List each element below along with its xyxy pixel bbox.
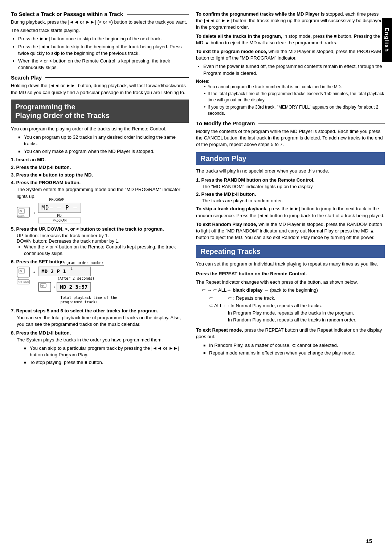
repeat-sequence-text: ⊂ → ⊂ ALL→ blank display → (back to the … (202, 287, 385, 293)
skip-track-text: To skip a track during playback, press t… (196, 206, 385, 219)
repeat-bullet-1: Repeat mode remains in effect even when … (203, 350, 385, 356)
repeat-button-bold: Press the REPEAT button on the Remote Co… (196, 271, 307, 276)
step-1: 1. Insert an MD. (11, 157, 189, 162)
step-num: 7. (11, 308, 15, 313)
step-num: 4. (11, 180, 16, 185)
step-num: 1. (196, 177, 201, 183)
select-track-body2: The selected track starts playing. (11, 27, 189, 34)
bullet-item: You can program up to 32 tracks in any d… (18, 134, 189, 147)
display-md-p1: MD 2 P 1 (38, 267, 91, 276)
repeat-all-program: In Program Play mode, repeats all the tr… (228, 310, 354, 316)
repeating-tracks-section: Repeating Tracks You can set the program… (196, 245, 385, 356)
modify-header: To Modify the Program (196, 120, 385, 126)
down-button-desc: DOWN button: Decreases the track number … (17, 238, 189, 244)
section-divider-line (127, 14, 189, 15)
left-column: To Select a Track or Passage within a Tr… (11, 11, 189, 544)
annotation-total-time: Total playback time of the (60, 296, 117, 300)
annotation-program-order: Program order number (60, 261, 103, 266)
bullet-item: Press the ►►| button once to skip to the… (18, 36, 189, 42)
modify-section: To Modify the Program Modify the content… (196, 120, 385, 148)
repeating-tracks-title: Repeating Tracks (200, 247, 380, 256)
step-7: 7. Repeat steps 5 and 6 to select the ot… (11, 308, 189, 313)
bullet-item: To stop playing, press the ■ button. (24, 359, 189, 366)
repeat-table: ⊂ ⊂ : Repeats one track. ⊂ ALL : : In No… (208, 294, 358, 324)
md-player-icon: MD PROGRAM (17, 207, 30, 218)
step-8-body: The System plays the tracks in the order… (11, 337, 189, 343)
exit-bullet-list: Even if the power is turned off, the pro… (203, 63, 385, 76)
step6-device: MD SET DOWN (17, 267, 30, 286)
search-play-header: Search Play (11, 74, 189, 81)
svg-text:MD: MD (41, 284, 44, 287)
step-label: Press the MD ▷II button. (16, 165, 71, 170)
notes-list: You cannot program the track number that… (203, 84, 385, 117)
notes-title: Notes: (196, 79, 385, 84)
right-column: To confirm the programmed tracks while t… (196, 11, 385, 544)
step-num: 1. (11, 157, 16, 162)
step-label: Press the RANDOM button on the Remote Co… (201, 177, 314, 183)
arrow-symbol-2: → (33, 270, 35, 275)
step-num: 6. (11, 259, 15, 264)
repeat-one-desc: ⊂ : Repeats one track. (226, 294, 358, 302)
program-label-indicator: PROGRAM (49, 198, 64, 202)
search-play-body: Holding down the |◄◄ or ►►| button, duri… (11, 82, 189, 96)
repeat-button-label: Press the REPEAT button on the Remote Co… (196, 271, 385, 277)
random-step-2-body: The tracks are played in random order. (196, 198, 385, 203)
programming-body1: You can program the playing order of the… (11, 126, 189, 132)
delete-text: To delete all the tracks in the program,… (196, 33, 385, 46)
step-num: 5. (11, 226, 15, 232)
step-num: 2. (196, 191, 201, 197)
exit-program-text: To exit the program mode once, while the… (196, 48, 385, 61)
step-5-details: UP button: Increases the track number by… (11, 233, 189, 257)
md-player-icon-3: MD (38, 282, 51, 292)
select-track-header: To Select a Track or Passage within a Tr… (11, 11, 189, 17)
display-screen-step4: MD— — P — (38, 203, 81, 213)
modify-body: Modify the contents of the program while… (196, 128, 385, 148)
step-label: Insert an MD. (16, 157, 46, 162)
md-player-icon-2: MD SET DOWN (17, 267, 30, 285)
step-num: 2. (11, 165, 16, 170)
step-label: Press the MD ▷II button. (201, 191, 256, 197)
select-track-body1: During playback, press the |◄◄ or ►►| (<… (11, 19, 189, 25)
delete-bold: To delete all the tracks in the program, (196, 33, 282, 39)
random-play-body: The tracks will play in no special order… (196, 168, 385, 174)
notes-section: Notes: You cannot program the track numb… (196, 79, 385, 117)
step-label: Press the MD ▷II button. (16, 330, 71, 336)
display-area: PROGRAM MD— — P — MD PROGRAM (38, 203, 81, 223)
repeating-tracks-body: You can set the program or individual tr… (196, 261, 385, 267)
step-8: 8. Press the MD ▷II button. (11, 330, 189, 336)
repeat-body: The Repeat indicator changes with each p… (196, 279, 385, 285)
repeat-sequence: ⊂ → ⊂ ALL→ blank display → (back to the … (202, 287, 385, 324)
step-label: Press the PROGRAM button. (16, 180, 81, 185)
svg-text:PROGRAM: PROGRAM (17, 215, 25, 217)
programming-bullets: You can program up to 32 tracks in any d… (18, 134, 189, 155)
md-label: MD (38, 214, 81, 218)
annotation-arrow-down: ↓ (70, 265, 73, 271)
random-play-section: Random Play The tracks will play in no s… (196, 152, 385, 241)
step-label: Press the UP, DOWN, >, or < button to se… (16, 226, 164, 232)
display2-container: (After 2 seconds) MD 2 3:57 Total playba… (57, 282, 91, 292)
random-play-highlight: Random Play (196, 152, 385, 165)
main-content: To Select a Track or Passage within a Tr… (11, 11, 385, 544)
step8-bullets: You can skip to a particular program tra… (18, 345, 189, 366)
exit-repeat-bold: To exit Repeat mode, (196, 327, 243, 333)
svg-text:MD: MD (20, 270, 23, 272)
exit-bold: To exit the program mode once, (196, 49, 267, 54)
repeat-all-row: ⊂ ALL : : In Normal Play mode, repeats a… (208, 302, 358, 324)
bullet-item: Press the |◄◄ button to skip to the begi… (18, 44, 189, 57)
up-button-desc: UP button: Increases the track number by… (17, 233, 189, 238)
device-diagram: MD PROGRAM (17, 207, 30, 219)
step-5: 5. Press the UP, DOWN, >, or < button to… (11, 226, 189, 232)
step5-bullets: When the > or < button on the Remote Con… (24, 244, 189, 257)
repeat-all-body: : In Normal Play mode, repeats all the t… (228, 303, 322, 308)
note-item: If you try to program the 33rd track, "M… (203, 104, 385, 117)
section-divider-line (45, 77, 189, 78)
step-label: Press the SET button. (16, 259, 65, 264)
repeat-all-desc: : In Normal Play mode, repeats all the t… (226, 302, 358, 324)
step-num: 3. (11, 172, 16, 178)
repeat-bullets: In Random Play, as a matter of course, ⊂… (203, 342, 385, 356)
page-container: To Select a Track or Passage within a Tr… (0, 0, 392, 555)
repeat-all-symbol: ⊂ ALL : (208, 302, 226, 324)
display1-container: Program order number ↓ MD 2 P 1 (38, 267, 91, 276)
after-seconds-row: MD → (After 2 seconds) MD 2 3:57 Total p… (38, 282, 91, 292)
program-label-box: PROGRAM (38, 218, 81, 223)
